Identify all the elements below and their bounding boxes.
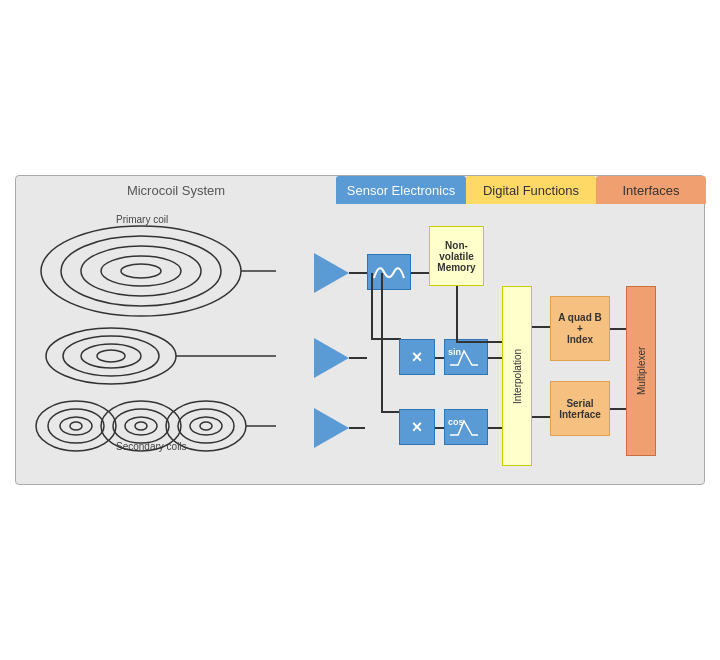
amplifier-1 xyxy=(314,253,349,293)
svg-point-0 xyxy=(41,226,241,316)
svg-point-4 xyxy=(121,264,161,278)
svg-point-6 xyxy=(63,336,159,376)
header-microcoil: Microcoil System xyxy=(16,176,336,204)
diagram-container: Microcoil System Sensor Electronics Digi… xyxy=(15,175,705,485)
cos-filter-block: cos xyxy=(444,409,488,445)
header-digital: Digital Functions xyxy=(466,176,596,204)
line-interp-aquadb xyxy=(532,326,550,328)
svg-point-12 xyxy=(70,422,82,430)
aquadb-block: A quad B+Index xyxy=(550,296,610,361)
digital-label: Digital Functions xyxy=(483,183,579,198)
line-m2-cos xyxy=(435,427,444,429)
line-wave-mem xyxy=(411,272,429,274)
line-to-mult1 xyxy=(371,338,401,340)
svg-point-7 xyxy=(81,344,141,368)
svg-point-10 xyxy=(48,409,104,443)
line-down-1 xyxy=(371,273,373,338)
amplifier-3 xyxy=(314,408,349,448)
multiply-block-1: × xyxy=(399,339,435,375)
nonvolatile-memory-block: Non-volatileMemory xyxy=(429,226,484,286)
svg-point-16 xyxy=(135,422,147,430)
line-cos-interp xyxy=(488,427,502,429)
header-interfaces: Interfaces xyxy=(596,176,706,204)
interfaces-label: Interfaces xyxy=(622,183,679,198)
svg-point-18 xyxy=(178,409,234,443)
svg-point-20 xyxy=(200,422,212,430)
multiplexer-block: Multiplexer xyxy=(626,286,656,456)
svg-point-3 xyxy=(101,256,181,286)
svg-point-14 xyxy=(113,409,169,443)
svg-text:sin: sin xyxy=(448,347,461,357)
line-interp-serial xyxy=(532,416,550,418)
interpolation-block: Interpolation xyxy=(502,286,532,466)
sensor-label: Sensor Electronics xyxy=(347,183,455,198)
line-amp2-out xyxy=(349,357,367,359)
svg-point-8 xyxy=(97,350,125,362)
svg-text:cos: cos xyxy=(448,417,464,427)
line-down-2 xyxy=(381,273,383,411)
serial-interface-block: SerialInterface xyxy=(550,381,610,436)
wave-block xyxy=(367,254,411,290)
multiply-block-2: × xyxy=(399,409,435,445)
line-amp3-out xyxy=(349,427,365,429)
coils-svg xyxy=(21,211,311,466)
line-serial-mux xyxy=(610,408,626,410)
line-aquadb-mux xyxy=(610,328,626,330)
svg-point-11 xyxy=(60,417,92,435)
line-amp1-wave xyxy=(349,272,367,274)
svg-point-15 xyxy=(125,417,157,435)
sin-filter-block: sin xyxy=(444,339,488,375)
microcoil-label: Microcoil System xyxy=(127,183,225,198)
line-m1-sin xyxy=(435,357,444,359)
amplifier-2 xyxy=(314,338,349,378)
header-sensor: Sensor Electronics xyxy=(336,176,466,204)
svg-point-19 xyxy=(190,417,222,435)
line-mem-interp-h xyxy=(456,341,502,343)
line-sin-interp xyxy=(488,357,502,359)
line-mem-interp xyxy=(456,286,458,341)
svg-point-2 xyxy=(81,246,201,296)
